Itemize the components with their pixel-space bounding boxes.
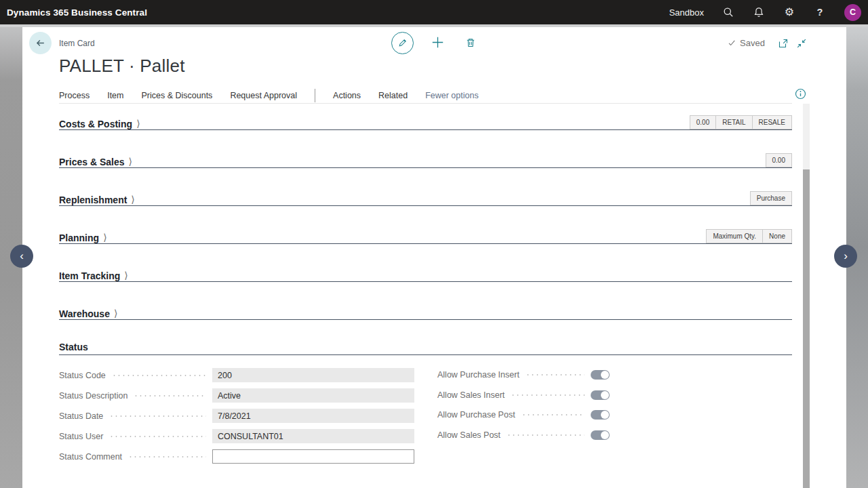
- search-icon[interactable]: [722, 6, 734, 18]
- info-button[interactable]: [795, 88, 806, 102]
- plus-icon: [431, 36, 444, 49]
- pencil-icon: [397, 38, 408, 48]
- section-summary-badges: Maximum Qty. None: [707, 229, 792, 243]
- edit-button[interactable]: [391, 32, 414, 54]
- dotted-leader: [521, 414, 585, 415]
- section-planning[interactable]: Planning ⟩ Maximum Qty. None: [59, 229, 792, 244]
- settings-gear-icon[interactable]: ⚙: [783, 6, 795, 18]
- section-costs-posting[interactable]: Costs & Posting ⟩ 0.00 RETAIL RESALE: [59, 115, 792, 130]
- menu-item-fewer-options[interactable]: Fewer options: [425, 91, 479, 100]
- dotted-leader: [109, 415, 206, 417]
- allow-purchase-insert-toggle[interactable]: [591, 370, 610, 380]
- dotted-leader: [507, 434, 585, 436]
- chevron-right-icon: ›: [844, 250, 848, 262]
- menu-item-related[interactable]: Related: [378, 91, 408, 100]
- action-menu-bar: Process Item Prices & Discounts Request …: [59, 88, 792, 104]
- page-title: PALLET · Pallet: [59, 56, 185, 77]
- field-row-status-description: Status Description Active: [59, 388, 414, 403]
- vertical-scrollbar-thumb[interactable]: [803, 169, 810, 488]
- page-type-caption: Item Card: [59, 39, 95, 48]
- section-title: Warehouse: [59, 308, 110, 319]
- back-button[interactable]: [29, 32, 52, 54]
- open-in-new-window-button[interactable]: [777, 37, 789, 49]
- next-record-button[interactable]: ›: [834, 245, 857, 268]
- checkmark-icon: [728, 39, 736, 47]
- section-prices-sales[interactable]: Prices & Sales ⟩ 0.00: [59, 153, 792, 168]
- menu-divider: [315, 89, 315, 102]
- back-arrow-icon: [35, 37, 46, 49]
- toggle-row-allow-purchase-post: Allow Purchase Post: [437, 409, 610, 420]
- status-date-field[interactable]: 7/8/2021: [212, 409, 414, 423]
- menu-item-process[interactable]: Process: [59, 91, 90, 100]
- status-code-field[interactable]: 200: [212, 368, 414, 382]
- dotted-leader: [128, 456, 206, 458]
- status-comment-input[interactable]: [212, 449, 414, 464]
- chevron-right-icon: ⟩: [131, 194, 134, 205]
- section-summary-badges: 0.00 RETAIL RESALE: [690, 115, 792, 129]
- toggle-knob: [601, 391, 609, 399]
- chevron-right-icon: ⟩: [103, 232, 106, 243]
- user-avatar[interactable]: C: [844, 4, 861, 21]
- section-title: Status: [59, 342, 88, 352]
- section-title: Item Tracking: [59, 270, 120, 281]
- new-item-button[interactable]: [431, 36, 444, 49]
- save-status: Saved: [728, 38, 765, 48]
- allow-sales-post-toggle[interactable]: [591, 430, 610, 440]
- section-title: Planning: [59, 232, 99, 243]
- chevron-right-icon: ⟩: [124, 270, 127, 281]
- notifications-bell-icon[interactable]: [753, 6, 765, 18]
- summary-badge: RETAIL: [715, 115, 752, 129]
- chevron-left-icon: ‹: [20, 250, 24, 262]
- previous-record-button[interactable]: ‹: [10, 245, 33, 268]
- toggle-row-allow-sales-insert: Allow Sales Insert: [437, 390, 610, 401]
- delete-button[interactable]: [465, 37, 476, 48]
- status-description-field[interactable]: Active: [212, 388, 414, 403]
- allow-sales-insert-toggle[interactable]: [591, 390, 610, 400]
- field-label: Status Date: [59, 411, 103, 421]
- field-label: Allow Sales Insert: [437, 390, 505, 400]
- section-warehouse[interactable]: Warehouse ⟩: [59, 305, 792, 320]
- top-app-bar: Dynamics 365 Business Central Sandbox ⚙ …: [0, 0, 868, 24]
- field-row-status-comment: Status Comment: [59, 449, 414, 464]
- allow-purchase-post-toggle[interactable]: [591, 410, 610, 420]
- summary-badge: Purchase: [750, 191, 792, 205]
- save-status-label: Saved: [740, 38, 765, 48]
- item-card-page: Item Card PALLET · Pallet Saved Process …: [22, 27, 846, 488]
- summary-badge: Maximum Qty.: [706, 229, 763, 243]
- section-replenishment[interactable]: Replenishment ⟩ Purchase: [59, 191, 792, 206]
- section-title: Prices & Sales: [59, 157, 125, 167]
- dotted-leader: [109, 436, 206, 437]
- help-icon[interactable]: ?: [814, 6, 826, 18]
- field-label: Status Comment: [59, 452, 122, 462]
- toggle-row-allow-purchase-insert: Allow Purchase Insert: [437, 369, 610, 380]
- section-summary-badges: Purchase: [751, 191, 792, 205]
- vertical-scrollbar-track[interactable]: [803, 104, 810, 488]
- collapse-page-button[interactable]: [795, 37, 807, 49]
- summary-badge: RESALE: [752, 115, 792, 129]
- section-title: Costs & Posting: [59, 119, 132, 129]
- field-row-status-user: Status User CONSULTANT01: [59, 429, 414, 443]
- section-summary-badges: 0.00: [766, 153, 792, 167]
- toggle-knob: [601, 431, 609, 439]
- field-label: Status Code: [59, 371, 106, 380]
- field-label: Status Description: [59, 391, 127, 401]
- menu-item-item[interactable]: Item: [107, 91, 123, 100]
- chevron-right-icon: ⟩: [129, 156, 132, 167]
- status-user-field[interactable]: CONSULTANT01: [212, 429, 414, 443]
- chevron-right-icon: ⟩: [114, 308, 117, 319]
- menu-item-prices-discounts[interactable]: Prices & Discounts: [141, 91, 212, 100]
- field-row-status-code: Status Code 200: [59, 368, 414, 382]
- menu-item-request-approval[interactable]: Request Approval: [230, 91, 297, 100]
- section-item-tracking[interactable]: Item Tracking ⟩: [59, 267, 792, 282]
- toggle-row-allow-sales-post: Allow Sales Post: [437, 430, 610, 441]
- field-label: Allow Purchase Insert: [437, 370, 519, 380]
- app-title: Dynamics 365 Business Central: [7, 7, 147, 18]
- field-row-status-date: Status Date 7/8/2021: [59, 409, 414, 423]
- environment-label: Sandbox: [669, 7, 704, 18]
- dotted-leader: [511, 394, 585, 396]
- popout-icon: [778, 38, 789, 49]
- chevron-right-icon: ⟩: [136, 118, 140, 129]
- menu-item-actions[interactable]: Actions: [333, 91, 361, 100]
- trash-icon: [465, 37, 476, 48]
- field-label: Status User: [59, 432, 103, 441]
